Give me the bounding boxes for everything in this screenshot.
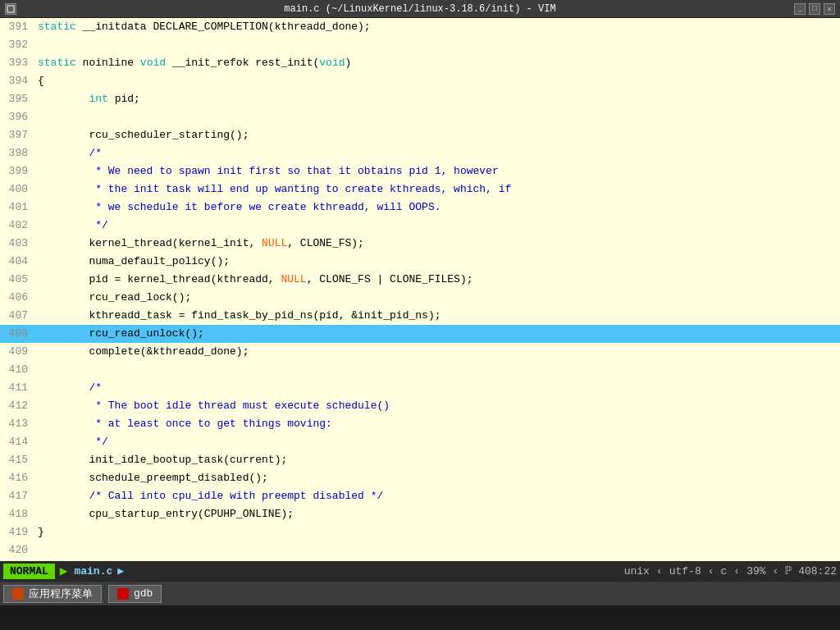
appmenu-icon xyxy=(12,588,24,600)
code-line: 420 xyxy=(0,541,840,559)
line-number: 420 xyxy=(0,541,34,559)
maximize-button[interactable]: □ xyxy=(809,3,820,15)
window-title: main.c (~/LinuxKernel/linux-3.18.6/init)… xyxy=(284,3,555,15)
code-line: 405 pid = kernel_thread(kthreadd, NULL, … xyxy=(0,271,840,289)
line-number: 417 xyxy=(0,487,34,505)
code-line: 393static noinline void __init_refok res… xyxy=(0,54,840,72)
line-number: 402 xyxy=(0,217,34,235)
line-content: cpu_startup_entry(CPUHP_ONLINE); xyxy=(34,505,840,523)
code-line: 395 int pid; xyxy=(0,90,840,108)
code-line: 396 xyxy=(0,108,840,126)
appmenu-label: 应用程序菜单 xyxy=(29,587,93,601)
line-content xyxy=(34,361,840,379)
status-scroll-arrow: ▶ xyxy=(117,564,124,578)
code-line: 403 kernel_thread(kernel_init, NULL, CLO… xyxy=(0,235,840,253)
code-line: 402 */ xyxy=(0,217,840,235)
line-number: 392 xyxy=(0,36,34,54)
line-content: /* xyxy=(34,144,840,162)
gdb-label: gdb xyxy=(134,587,153,600)
line-content: rcu_read_lock(); xyxy=(34,289,840,307)
line-number: 401 xyxy=(0,199,34,217)
line-content: rcu_scheduler_starting(); xyxy=(34,126,840,144)
line-number: 410 xyxy=(0,361,34,379)
code-line: 408 rcu_read_unlock(); xyxy=(0,325,840,343)
close-button[interactable]: ✕ xyxy=(824,3,835,15)
line-number: 403 xyxy=(0,235,34,253)
line-content: static __initdata DECLARE_COMPLETION(kth… xyxy=(34,18,840,36)
line-number: 399 xyxy=(0,162,34,180)
status-filename: main.c xyxy=(74,565,112,578)
titlebar-left xyxy=(5,3,16,15)
line-content: */ xyxy=(34,217,840,235)
status-encoding: utf-8 xyxy=(669,565,701,578)
svg-rect-0 xyxy=(7,6,14,12)
line-content xyxy=(34,36,840,54)
line-content: numa_default_policy(); xyxy=(34,253,840,271)
line-number: 400 xyxy=(0,180,34,199)
line-number: 413 xyxy=(0,415,34,433)
statusbar: NORMAL ▶ main.c ▶ unix ‹ utf-8 ‹ c ‹ 39%… xyxy=(0,561,840,581)
code-line: 407 kthreadd_task = find_task_by_pid_ns(… xyxy=(0,307,840,325)
line-number: 393 xyxy=(0,54,34,72)
line-content xyxy=(34,108,840,126)
code-line: 416 schedule_preempt_disabled(); xyxy=(0,469,840,487)
code-line: 413 * at least once to get things moving… xyxy=(0,415,840,433)
line-content: pid = kernel_thread(kthreadd, NULL, CLON… xyxy=(34,271,840,289)
status-pos-icon: ℙ xyxy=(785,564,792,578)
line-content: kernel_thread(kernel_init, NULL, CLONE_F… xyxy=(34,235,840,253)
code-line: 404 numa_default_policy(); xyxy=(0,253,840,271)
code-line: 414 */ xyxy=(0,433,840,451)
line-number: 411 xyxy=(0,379,34,397)
line-content: * We need to spawn init first so that it… xyxy=(34,162,840,180)
line-number: 415 xyxy=(0,451,34,469)
code-line: 399 * We need to spawn init first so tha… xyxy=(0,162,840,180)
taskbar-gdb[interactable]: gdb xyxy=(108,585,162,603)
line-content: */ xyxy=(34,433,840,451)
line-number: 409 xyxy=(0,343,34,361)
line-number: 404 xyxy=(0,253,34,271)
line-number: 419 xyxy=(0,523,34,541)
code-line: 398 /* xyxy=(0,144,840,162)
code-line: 401 * we schedule it before we create kt… xyxy=(0,199,840,217)
mode-arrow: ▶ xyxy=(60,563,68,579)
line-number: 418 xyxy=(0,505,34,523)
vim-mode: NORMAL xyxy=(3,564,55,579)
line-content: /* Call into cpu_idle with preempt disab… xyxy=(34,487,840,505)
minimize-button[interactable]: _ xyxy=(794,3,806,15)
window-icon xyxy=(5,3,16,15)
line-number: 407 xyxy=(0,307,34,325)
code-line: 412 * The boot idle thread must execute … xyxy=(0,397,840,415)
line-number: 416 xyxy=(0,469,34,487)
line-number: 397 xyxy=(0,126,34,144)
status-percent: 39% xyxy=(746,565,765,578)
code-line: 406 rcu_read_lock(); xyxy=(0,289,840,307)
line-number: 395 xyxy=(0,90,34,108)
line-content: int pid; xyxy=(34,90,840,108)
code-line: 397 rcu_scheduler_starting(); xyxy=(0,126,840,144)
line-number: 396 xyxy=(0,108,34,126)
line-content: schedule_preempt_disabled(); xyxy=(34,469,840,487)
line-content: complete(&kthreadd_done); xyxy=(34,343,840,361)
line-content: { xyxy=(34,72,840,90)
line-content xyxy=(34,541,840,559)
code-line: 417 /* Call into cpu_idle with preempt d… xyxy=(0,487,840,505)
line-number: 391 xyxy=(0,18,34,36)
line-content: init_idle_bootup_task(current); xyxy=(34,451,840,469)
line-number: 398 xyxy=(0,144,34,162)
code-line: 410 xyxy=(0,361,840,379)
taskbar-appmenu[interactable]: 应用程序菜单 xyxy=(3,585,102,603)
line-content: static noinline void __init_refok rest_i… xyxy=(34,54,840,72)
window-controls[interactable]: _ □ ✕ xyxy=(794,3,835,15)
status-fileinfo: unix xyxy=(624,565,650,578)
line-content: } xyxy=(34,523,840,541)
line-number: 412 xyxy=(0,397,34,415)
line-content: * at least once to get things moving: xyxy=(34,415,840,433)
line-number: 408 xyxy=(0,325,34,343)
code-line: 411 /* xyxy=(0,379,840,397)
line-number: 405 xyxy=(0,271,34,289)
line-content: * the init task will end up wanting to c… xyxy=(34,180,840,199)
code-line: 409 complete(&kthreadd_done); xyxy=(0,343,840,361)
code-line: 394{ xyxy=(0,72,840,90)
titlebar: main.c (~/LinuxKernel/linux-3.18.6/init)… xyxy=(0,0,840,18)
line-number: 394 xyxy=(0,72,34,90)
